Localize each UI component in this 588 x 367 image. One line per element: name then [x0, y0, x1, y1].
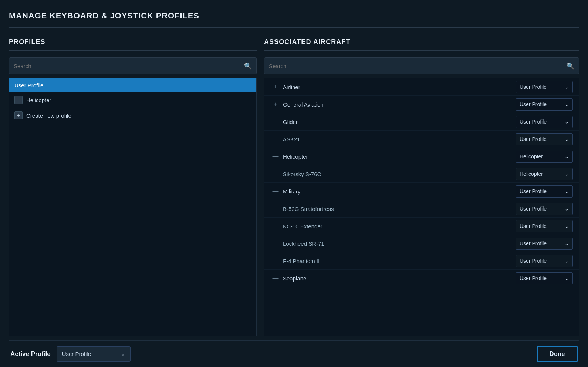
aircraft-profile-label-airliner: User Profile — [520, 84, 562, 90]
profile-item-label-create-new: Create new profile — [26, 112, 71, 119]
aircraft-profile-label-sikorsky: Helicopter — [520, 171, 562, 177]
aircraft-name-general-aviation: General Aviation — [281, 101, 516, 108]
aircraft-profile-dropdown-general-aviation[interactable]: User Profile ⌄ — [516, 98, 573, 111]
active-profile-dropdown-label: User Profile — [62, 351, 117, 357]
aircraft-profile-label-general-aviation: User Profile — [520, 101, 562, 107]
profile-item-label-helicopter: Helicopter — [26, 97, 51, 103]
aircraft-profile-dropdown-helicopter-cat[interactable]: Helicopter ⌄ — [516, 151, 573, 163]
chevron-down-icon-military: ⌄ — [565, 189, 569, 194]
aircraft-profile-dropdown-military[interactable]: User Profile ⌄ — [516, 185, 573, 198]
aircraft-divider — [264, 50, 579, 51]
chevron-down-icon-sikorsky: ⌄ — [565, 171, 569, 177]
aircraft-row-sr71: Lockheed SR-71 User Profile ⌄ — [264, 235, 579, 252]
profiles-divider — [9, 50, 257, 51]
active-profile-dropdown[interactable]: User Profile ⌄ — [57, 346, 131, 362]
profiles-search-icon[interactable]: 🔍 — [244, 62, 252, 70]
chevron-down-icon-general-aviation: ⌄ — [565, 102, 569, 107]
active-profile-chevron-icon: ⌄ — [121, 351, 125, 357]
profile-item-create-new[interactable]: + Create new profile — [9, 108, 256, 123]
aircraft-profile-label-b52g: User Profile — [520, 206, 562, 212]
aircraft-name-airliner: Airliner — [281, 84, 516, 90]
profile-item-label-user-profile: User Profile — [14, 82, 43, 88]
aircraft-profile-dropdown-glider[interactable]: User Profile ⌄ — [516, 116, 573, 128]
aircraft-prefix-general-aviation: + — [270, 101, 281, 108]
aircraft-row-airliner: + Airliner User Profile ⌄ — [264, 78, 579, 96]
columns-wrapper: PROFILES 🔍 User Profile − Helicopter + — [9, 38, 579, 336]
profiles-search-bar[interactable]: 🔍 — [9, 57, 257, 74]
title-divider — [9, 27, 579, 28]
aircraft-name-f4: F-4 Phantom II — [281, 258, 516, 264]
aircraft-row-general-aviation: + General Aviation User Profile ⌄ — [264, 96, 579, 113]
chevron-down-icon-b52g: ⌄ — [565, 206, 569, 212]
aircraft-prefix-military: — — [270, 188, 281, 195]
profile-item-icon-plus: + — [14, 111, 23, 119]
profiles-search-input[interactable] — [14, 63, 244, 69]
chevron-down-icon-ask21: ⌄ — [565, 137, 569, 142]
aircraft-name-military: Military — [281, 188, 516, 195]
profiles-list: User Profile − Helicopter + Create new p… — [9, 78, 257, 336]
aircraft-panel: ASSOCIATED AIRCRAFT 🔍 + Airliner User Pr… — [264, 38, 579, 336]
aircraft-prefix-helicopter-cat: — — [270, 153, 281, 160]
aircraft-profile-dropdown-b52g[interactable]: User Profile ⌄ — [516, 203, 573, 215]
page-title: MANAGE KEYBOARD & JOYSTICK PROFILES — [9, 11, 579, 21]
aircraft-profile-dropdown-kc10[interactable]: User Profile ⌄ — [516, 220, 573, 232]
aircraft-name-seaplane: Seaplane — [281, 275, 516, 282]
profiles-title: PROFILES — [9, 38, 257, 46]
aircraft-search-bar[interactable]: 🔍 — [264, 57, 579, 74]
aircraft-prefix-glider: — — [270, 118, 281, 125]
aircraft-search-icon[interactable]: 🔍 — [567, 62, 574, 70]
aircraft-profile-dropdown-seaplane[interactable]: User Profile ⌄ — [516, 272, 573, 284]
aircraft-profile-label-kc10: User Profile — [520, 223, 562, 229]
aircraft-name-b52g: B-52G Stratofortress — [281, 206, 516, 212]
aircraft-row-b52g: B-52G Stratofortress User Profile ⌄ — [264, 200, 579, 218]
aircraft-list: + Airliner User Profile ⌄ + General Avia… — [264, 78, 579, 336]
aircraft-profile-label-helicopter-cat: Helicopter — [520, 154, 562, 159]
chevron-down-icon-helicopter-cat: ⌄ — [565, 154, 569, 159]
aircraft-row-glider: — Glider User Profile ⌄ — [264, 113, 579, 131]
profile-item-icon-minus: − — [14, 96, 23, 104]
active-profile-label: Active Profile — [10, 350, 51, 358]
aircraft-prefix-airliner: + — [270, 83, 281, 91]
aircraft-profile-label-f4: User Profile — [520, 258, 562, 264]
aircraft-name-sikorsky: Sikorsky S-76C — [281, 171, 516, 177]
aircraft-row-ask21: ASK21 User Profile ⌄ — [264, 131, 579, 148]
aircraft-profile-label-ask21: User Profile — [520, 136, 562, 142]
aircraft-prefix-seaplane: — — [270, 275, 281, 282]
aircraft-row-f4: F-4 Phantom II User Profile ⌄ — [264, 252, 579, 270]
profile-item-helicopter[interactable]: − Helicopter — [9, 92, 256, 108]
aircraft-name-kc10: KC-10 Extender — [281, 223, 516, 229]
profiles-panel: PROFILES 🔍 User Profile − Helicopter + — [9, 38, 257, 336]
aircraft-search-input[interactable] — [269, 63, 567, 69]
aircraft-profile-label-glider: User Profile — [520, 119, 562, 125]
chevron-down-icon-glider: ⌄ — [565, 119, 569, 125]
aircraft-name-sr71: Lockheed SR-71 — [281, 240, 516, 247]
aircraft-row-military: — Military User Profile ⌄ — [264, 183, 579, 200]
chevron-down-icon-kc10: ⌄ — [565, 223, 569, 229]
main-container: MANAGE KEYBOARD & JOYSTICK PROFILES PROF… — [0, 0, 588, 367]
aircraft-profile-dropdown-f4[interactable]: User Profile ⌄ — [516, 255, 573, 267]
aircraft-profile-label-sr71: User Profile — [520, 240, 562, 246]
aircraft-profile-dropdown-sikorsky[interactable]: Helicopter ⌄ — [516, 168, 573, 180]
aircraft-profile-dropdown-ask21[interactable]: User Profile ⌄ — [516, 133, 573, 145]
aircraft-profile-label-military: User Profile — [520, 188, 562, 194]
aircraft-profile-dropdown-sr71[interactable]: User Profile ⌄ — [516, 238, 573, 250]
aircraft-row-helicopter-cat: — Helicopter Helicopter ⌄ — [264, 148, 579, 165]
aircraft-profile-label-seaplane: User Profile — [520, 275, 562, 281]
footer: Active Profile User Profile ⌄ Done — [9, 340, 579, 367]
aircraft-title: ASSOCIATED AIRCRAFT — [264, 38, 579, 46]
aircraft-name-ask21: ASK21 — [281, 136, 516, 142]
aircraft-row-seaplane: — Seaplane User Profile ⌄ — [264, 270, 579, 287]
aircraft-row-sikorsky: Sikorsky S-76C Helicopter ⌄ — [264, 165, 579, 183]
active-profile-section: Active Profile User Profile ⌄ — [10, 346, 131, 362]
chevron-down-icon-seaplane: ⌄ — [565, 276, 569, 281]
aircraft-row-kc10: KC-10 Extender User Profile ⌄ — [264, 218, 579, 235]
chevron-down-icon-sr71: ⌄ — [565, 241, 569, 246]
profile-item-user-profile[interactable]: User Profile — [9, 78, 256, 92]
chevron-down-icon-f4: ⌄ — [565, 258, 569, 264]
chevron-down-icon-airliner: ⌄ — [565, 84, 569, 90]
aircraft-profile-dropdown-airliner[interactable]: User Profile ⌄ — [516, 81, 573, 93]
aircraft-name-helicopter-cat: Helicopter — [281, 154, 516, 160]
aircraft-name-glider: Glider — [281, 119, 516, 125]
done-button[interactable]: Done — [537, 346, 578, 362]
